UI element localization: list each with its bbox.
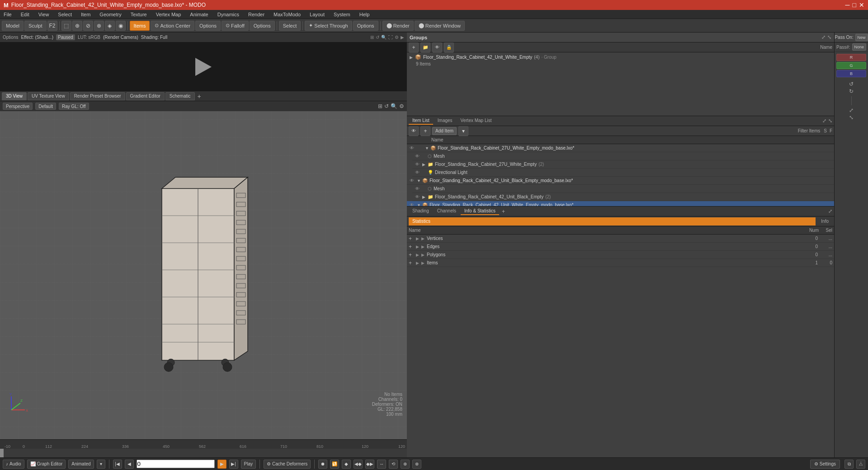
snap-button[interactable]: ⊕ bbox=[401, 460, 410, 469]
stats-row-items[interactable]: + ▶ ▶ Items 1 0 bbox=[407, 259, 834, 267]
groups-folder-button[interactable]: 📁 bbox=[420, 42, 430, 52]
menu-render[interactable]: Render bbox=[246, 11, 266, 18]
sculpt-button[interactable]: Sculpt bbox=[24, 21, 47, 31]
eye-icon-2[interactable]: 👁 bbox=[414, 162, 420, 167]
group-item-0[interactable]: ▶ 📦 Floor_Standing_Rack_Cabinet_42_Unit_… bbox=[408, 53, 833, 61]
cache-deformers-button[interactable]: ⚙ Cache Deformers bbox=[264, 460, 311, 469]
title-bar-controls[interactable]: ─ □ ✕ bbox=[845, 1, 864, 9]
preview-content[interactable] bbox=[0, 42, 407, 91]
menu-view[interactable]: View bbox=[37, 11, 51, 18]
eye-icon-0[interactable]: 👁 bbox=[409, 146, 415, 150]
eye-icon-1[interactable]: 👁 bbox=[414, 154, 420, 159]
loop-button[interactable]: 🔁 bbox=[330, 460, 339, 469]
expand-7[interactable]: ▼ bbox=[417, 203, 420, 207]
stats-content[interactable]: + ▶ ▶ Vertices 0 ... + ▶ ▶ Edges 0 bbox=[407, 235, 834, 457]
animated-button[interactable]: Animated bbox=[68, 460, 94, 469]
menu-animate[interactable]: Animate bbox=[188, 11, 210, 18]
tool-icon-5[interactable]: ◈ bbox=[105, 21, 115, 31]
menu-vertex-map[interactable]: Vertex Map bbox=[154, 11, 183, 18]
edges-add-btn[interactable]: + bbox=[409, 244, 415, 250]
item-list-eye-button[interactable]: 👁 bbox=[409, 126, 419, 136]
item-row-1[interactable]: 👁 ⬡ Mesh bbox=[412, 152, 834, 160]
timeline-slider[interactable] bbox=[0, 449, 4, 458]
close-button[interactable]: ✕ bbox=[859, 1, 864, 9]
item-row-3[interactable]: 👁 💡 Directional Light bbox=[412, 169, 834, 177]
vertices-expand[interactable]: ▶ bbox=[416, 236, 420, 241]
tab-channels[interactable]: Channels bbox=[434, 207, 460, 215]
preview-icon-2[interactable]: ↺ bbox=[376, 35, 379, 40]
tab-uv-texture-view[interactable]: UV Texture View bbox=[28, 92, 69, 100]
vertices-expand2[interactable]: ▶ bbox=[421, 236, 426, 241]
keyframe-button[interactable]: ◆ bbox=[342, 460, 351, 469]
select-through-button[interactable]: ✦ Select Through bbox=[305, 21, 352, 31]
bounce-button[interactable]: ↔ bbox=[377, 460, 386, 469]
items-expand[interactable]: ▶ bbox=[416, 261, 420, 265]
eye-icon-5[interactable]: 👁 bbox=[414, 186, 420, 191]
tool-icon-6[interactable]: ◉ bbox=[116, 21, 126, 31]
menu-file[interactable]: File bbox=[2, 11, 14, 18]
eye-icon-7[interactable]: 👁 bbox=[409, 202, 415, 206]
side-icon-1[interactable]: ↺ bbox=[849, 81, 854, 87]
add-tab-button[interactable]: + bbox=[196, 93, 203, 100]
viewport-icon-home[interactable]: ⊞ bbox=[378, 103, 382, 109]
options-button-1[interactable]: Options bbox=[195, 21, 221, 31]
items-expand2[interactable]: ▶ bbox=[421, 261, 426, 265]
items-button[interactable]: Items bbox=[130, 21, 150, 31]
tool-icon-2[interactable]: ⊕ bbox=[72, 21, 82, 31]
item-list-dropdown[interactable]: ▾ bbox=[458, 126, 468, 136]
select-button[interactable]: Select bbox=[279, 21, 301, 31]
groups-add-button[interactable]: + bbox=[409, 42, 419, 52]
tool-icon-1[interactable]: ⬚ bbox=[61, 21, 71, 31]
edges-expand2[interactable]: ▶ bbox=[421, 244, 426, 249]
animated-dropdown[interactable]: ▾ bbox=[97, 460, 105, 469]
record-button[interactable]: ⏺ bbox=[318, 460, 327, 469]
tab-shading[interactable]: Shading bbox=[409, 207, 433, 215]
menu-texture[interactable]: Texture bbox=[129, 11, 149, 18]
menu-help[interactable]: Help bbox=[358, 11, 372, 18]
tool-icon-4[interactable]: ⊗ bbox=[94, 21, 104, 31]
tab-images[interactable]: Images bbox=[434, 117, 456, 125]
maximize-button[interactable]: □ bbox=[853, 1, 856, 9]
side-icon-4[interactable]: ⤡ bbox=[849, 114, 854, 121]
transport-prev-button[interactable]: ◀ bbox=[125, 460, 134, 469]
render-button[interactable]: ⬤ Render bbox=[382, 21, 414, 31]
menu-maxtomodo[interactable]: MaxToModo bbox=[272, 11, 302, 18]
new-button[interactable]: New bbox=[855, 34, 868, 41]
item-row-0[interactable]: 👁 ▼ 📦 Floor_Standing_Rack_Cabinet_27U_Wh… bbox=[407, 144, 834, 152]
options-button-3[interactable]: Options bbox=[353, 21, 378, 31]
action-center-button[interactable]: ⊙ Action Center bbox=[151, 21, 194, 31]
tab-gradient-editor[interactable]: Gradient Editor bbox=[126, 92, 165, 100]
channel-b-button[interactable]: B bbox=[836, 70, 866, 77]
polygons-expand2[interactable]: ▶ bbox=[421, 253, 426, 257]
default-shading-button[interactable]: Default bbox=[35, 103, 56, 110]
timeline-bar[interactable] bbox=[0, 449, 407, 458]
tab-item-list[interactable]: Item List bbox=[409, 117, 433, 125]
loop2-button[interactable]: ⟲ bbox=[389, 460, 398, 469]
item-list-add-button[interactable]: + bbox=[420, 126, 430, 136]
transport-play-button[interactable]: ▶ bbox=[217, 460, 226, 469]
add-item-button[interactable]: Add Item bbox=[432, 127, 457, 135]
stats-row-edges[interactable]: + ▶ ▶ Edges 0 ... bbox=[407, 243, 834, 251]
render-window-button[interactable]: ⬤ Render Window bbox=[415, 21, 465, 31]
menu-dynamics[interactable]: Dynamics bbox=[216, 11, 241, 18]
play-button[interactable] bbox=[192, 56, 215, 78]
polygons-expand[interactable]: ▶ bbox=[416, 253, 420, 257]
frame-input[interactable] bbox=[137, 460, 215, 468]
polygons-add-btn[interactable]: + bbox=[409, 252, 415, 258]
options-button-2[interactable]: Options bbox=[250, 21, 275, 31]
expand-0[interactable]: ▼ bbox=[425, 146, 429, 150]
audio-button[interactable]: ♪ Audio bbox=[3, 460, 24, 469]
side-icon-2[interactable]: ↻ bbox=[849, 88, 854, 94]
menu-geometry[interactable]: Geometry bbox=[98, 11, 123, 18]
expand-icon[interactable]: ⤢ bbox=[821, 34, 826, 40]
none-button[interactable]: None bbox=[852, 43, 867, 51]
falloff-button[interactable]: ⊙ Falloff bbox=[222, 21, 249, 31]
channel-r-button[interactable]: R bbox=[836, 54, 866, 61]
menu-edit[interactable]: Edit bbox=[19, 11, 31, 18]
menu-select[interactable]: Select bbox=[56, 11, 74, 18]
group-expand-icon[interactable]: ▶ bbox=[410, 55, 413, 60]
edges-expand[interactable]: ▶ bbox=[416, 244, 420, 249]
viewport-icon-settings[interactable]: ⚙ bbox=[399, 103, 404, 109]
transport-start-button[interactable]: |◀ bbox=[113, 460, 122, 469]
expand-2[interactable]: ▶ bbox=[422, 162, 426, 167]
